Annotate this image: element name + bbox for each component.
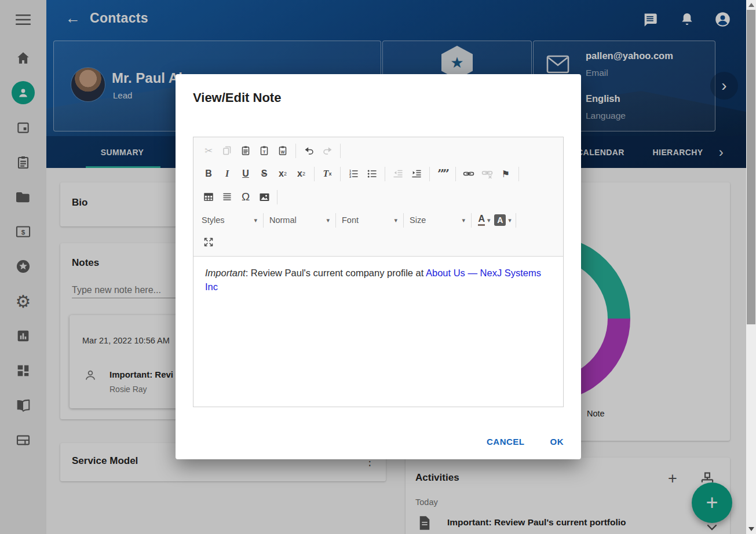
unlink-icon[interactable] xyxy=(479,166,496,182)
font-dropdown[interactable]: Font▾ xyxy=(339,212,400,228)
note-body-text: : Review Paul's current company profile … xyxy=(246,268,426,278)
bold-icon[interactable]: B xyxy=(200,166,217,182)
chevron-down-icon: ▾ xyxy=(254,217,257,224)
scrollbar-down-arrow[interactable] xyxy=(748,527,754,531)
note-lead-italic: Important xyxy=(205,268,246,278)
size-dropdown[interactable]: Size▾ xyxy=(407,212,468,228)
chevron-down-icon: ▾ xyxy=(326,217,330,224)
dialog-title: View/Edit Note xyxy=(193,90,281,105)
scrollbar-thumb[interactable] xyxy=(747,10,755,324)
chevron-down-icon: ▾ xyxy=(462,217,465,224)
strikethrough-icon[interactable]: S xyxy=(255,166,273,182)
scrollbar-up-arrow[interactable] xyxy=(748,3,754,7)
view-edit-note-dialog: View/Edit Note ✂ T W xyxy=(176,74,581,459)
subscript-icon[interactable]: x2 xyxy=(274,166,291,182)
remove-format-icon[interactable]: Tx xyxy=(319,166,336,182)
cancel-button[interactable]: CANCEL xyxy=(487,437,525,447)
paste-plain-text-icon[interactable]: T xyxy=(255,142,273,159)
bulleted-list-icon[interactable] xyxy=(363,166,381,182)
italic-icon[interactable]: I xyxy=(218,166,236,182)
link-icon[interactable] xyxy=(460,166,477,182)
chevron-down-icon: ▾ xyxy=(487,217,491,224)
copy-icon[interactable] xyxy=(218,142,236,159)
svg-text:T: T xyxy=(263,149,266,155)
blockquote-icon[interactable]: ”” xyxy=(434,166,451,182)
ok-button[interactable]: OK xyxy=(550,437,564,447)
decrease-indent-icon[interactable] xyxy=(389,166,407,182)
note-editor-content[interactable]: Important: Review Paul's current company… xyxy=(193,257,563,304)
special-character-icon[interactable]: Ω xyxy=(237,189,254,205)
chevron-down-icon: ▾ xyxy=(508,217,512,224)
svg-text:3: 3 xyxy=(349,175,351,178)
svg-text:W: W xyxy=(281,150,285,154)
styles-dropdown[interactable]: Styles▾ xyxy=(199,212,260,228)
redo-icon[interactable] xyxy=(319,142,336,159)
insert-table-icon[interactable] xyxy=(200,189,217,205)
paste-from-word-icon[interactable]: W xyxy=(274,142,291,159)
paste-icon[interactable] xyxy=(237,142,254,159)
undo-icon[interactable] xyxy=(300,142,317,159)
chevron-down-icon: ▾ xyxy=(394,217,397,224)
insert-image-icon[interactable] xyxy=(255,189,273,205)
text-color-button[interactable]: A▾ xyxy=(476,212,493,228)
increase-indent-icon[interactable] xyxy=(408,166,425,182)
rich-text-editor: ✂ T W xyxy=(193,137,564,407)
anchor-flag-icon[interactable]: ⚑ xyxy=(497,166,514,182)
background-color-button[interactable]: A▾ xyxy=(494,212,512,228)
cut-icon[interactable]: ✂ xyxy=(200,142,217,159)
horizontal-line-icon[interactable] xyxy=(218,189,236,205)
paragraph-format-dropdown[interactable]: Normal▾ xyxy=(267,212,332,228)
superscript-icon[interactable]: x2 xyxy=(293,166,310,182)
editor-toolbar: ✂ T W xyxy=(193,137,563,257)
underline-icon[interactable]: U xyxy=(237,166,254,182)
maximize-icon[interactable] xyxy=(200,234,217,250)
numbered-list-icon[interactable]: 123 xyxy=(345,166,362,182)
vertical-scrollbar[interactable] xyxy=(746,0,756,534)
